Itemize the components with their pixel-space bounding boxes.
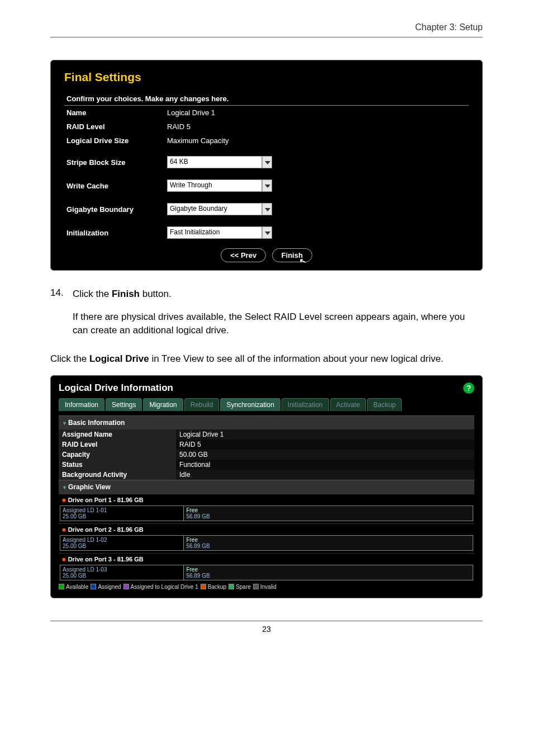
drive-port-1-bar: Assigned LD 1-0125.00 GB Free56.89 GB [60,505,473,521]
drive-port-3-header: ■Drive on Port 3 - 81.96 GB [59,553,474,565]
finish-button[interactable]: Finish ↖ [272,248,312,262]
dropdown-arrow-icon[interactable] [262,156,272,168]
capacity-label: Capacity [59,450,176,460]
raid-level-info-value: RAID 5 [176,440,474,450]
status-value: Functional [176,460,474,470]
gigabyte-boundary-label: Gigabyte Boundary [64,200,165,218]
legend-available: Available [59,584,88,590]
legend-assigned: Assigned [91,584,121,590]
name-label: Name [64,106,165,120]
step-14-line2: If there are physical drives available, … [73,310,483,338]
disk-icon: ■ [62,497,66,503]
step-14-line1: Click the Finish button. [73,287,483,301]
drive-port-1-header: ■Drive on Port 1 - 81.96 GB [59,494,474,505]
initialization-select[interactable]: Fast Initialization [167,226,272,239]
prev-button[interactable]: << Prev [221,248,266,262]
gigabyte-boundary-value: Gigabyte Boundary [167,203,262,215]
disk-icon: ■ [62,556,66,563]
stripe-block-size-label: Stripe Block Size [64,153,165,171]
tab-synchronization[interactable]: Synchronization [220,398,280,411]
bg-activity-label: Background Activity [59,470,176,480]
ldi-title: Logical Drive Information [59,382,173,394]
write-cache-select[interactable]: Write Through [167,179,272,192]
drive-2-free-segment: Free56.89 GB [184,536,473,550]
tab-migration[interactable]: Migration [143,398,183,411]
drive-1-assigned-segment: Assigned LD 1-0125.00 GB [60,506,184,521]
final-settings-subtitle: Confirm your choices. Make any changes h… [64,92,469,106]
capacity-value: 50.00 GB [176,450,474,460]
help-icon[interactable]: ? [463,382,474,394]
logical-drive-size-value: Maximum Capacity [165,134,469,148]
tab-settings[interactable]: Settings [106,398,142,411]
final-settings-title: Final Settings [64,70,469,84]
bg-activity-value: Idle [176,470,474,480]
drive-1-free-segment: Free56.89 GB [184,506,473,521]
graphic-view-header: ▾Graphic View [59,480,474,494]
status-label: Status [59,460,176,470]
drive-3-free-segment: Free56.89 GB [184,565,473,580]
dropdown-arrow-icon[interactable] [262,226,272,239]
logical-drive-size-label: Logical Drive Size [64,134,165,148]
tab-rebuild: Rebuild [184,398,220,411]
raid-level-label: RAID Level [64,120,165,134]
raid-level-value: RAID 5 [165,120,469,134]
assigned-name-label: Assigned Name [59,429,176,440]
stripe-block-size-value: 64 KB [167,156,262,168]
tab-backup: Backup [367,398,402,411]
drive-2-assigned-segment: Assigned LD 1-0225.00 GB [60,536,184,550]
tree-view-note: Click the Logical Drive in Tree View to … [50,352,483,366]
dropdown-arrow-icon[interactable] [262,179,272,192]
step-number: 14. [50,287,73,347]
basic-info-table: Assigned NameLogical Drive 1 RAID LevelR… [59,429,474,480]
cursor-icon: ↖ [298,255,307,266]
stripe-block-size-select[interactable]: 64 KB [167,156,272,168]
gigabyte-boundary-select[interactable]: Gigabyte Boundary [167,203,272,215]
drive-3-assigned-segment: Assigned LD 1-0325.00 GB [60,565,184,580]
disk-icon: ■ [62,526,66,533]
drive-port-2-header: ■Drive on Port 2 - 81.96 GB [59,523,474,535]
raid-level-info-label: RAID Level [59,440,176,450]
final-settings-panel: Final Settings Confirm your choices. Mak… [50,60,483,271]
tab-information[interactable]: Information [59,398,104,411]
dropdown-arrow-icon[interactable] [262,203,272,215]
legend-spare: Spare [229,584,251,590]
initialization-value: Fast Initialization [167,226,262,239]
legend-backup: Backup [201,584,226,590]
legend-assigned-ld1: Assigned to Logical Drive 1 [123,584,198,590]
basic-info-header: ▾Basic Information [59,415,474,429]
legend: Available Assigned Assigned to Logical D… [59,584,474,590]
tab-initialization: Initialization [282,398,329,411]
chevron-down-icon: ▾ [63,420,66,426]
legend-invalid: Invalid [253,584,277,590]
chapter-header: Chapter 3: Setup [50,22,483,37]
page-number: 23 [50,621,483,634]
tab-activate: Activate [330,398,367,411]
chevron-down-icon: ▾ [63,484,66,490]
name-value: Logical Drive 1 [165,106,469,120]
assigned-name-value: Logical Drive 1 [176,429,474,440]
drive-port-2-bar: Assigned LD 1-0225.00 GB Free56.89 GB [60,535,473,551]
write-cache-label: Write Cache [64,177,165,195]
initialization-label: Initialization [64,224,165,242]
ldi-tabs: Information Settings Migration Rebuild S… [59,398,474,411]
write-cache-value: Write Through [167,179,262,192]
drive-port-3-bar: Assigned LD 1-0325.00 GB Free56.89 GB [60,565,473,580]
logical-drive-info-panel: Logical Drive Information ? Information … [50,375,483,598]
